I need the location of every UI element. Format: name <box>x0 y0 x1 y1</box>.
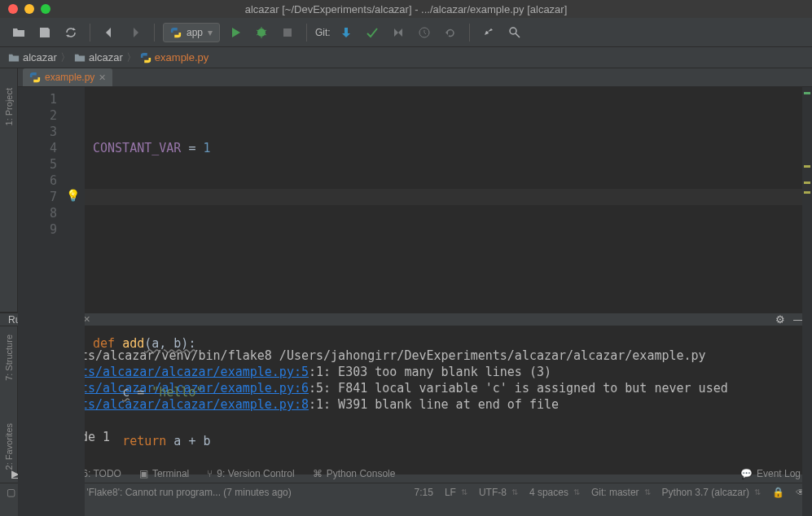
svg-point-0 <box>257 28 266 37</box>
close-icon[interactable]: ✕ <box>99 72 106 83</box>
window-zoom-button[interactable] <box>41 4 50 14</box>
window-title: alcazar [~/DevExperiments/alcazar] - ...… <box>0 3 812 15</box>
intention-bulb-icon[interactable]: 💡 <box>66 189 80 202</box>
run-config-selector[interactable]: app ▾ <box>163 23 220 42</box>
breadcrumb-folder[interactable]: alcazar <box>74 51 123 63</box>
git-update-icon[interactable] <box>336 22 357 43</box>
line-number-gutter: 123 456 789 <box>18 87 64 516</box>
svg-rect-1 <box>283 28 292 37</box>
titlebar: alcazar [~/DevExperiments/alcazar] - ...… <box>0 0 812 18</box>
search-icon[interactable] <box>504 22 525 43</box>
run-config-label: app <box>187 27 203 38</box>
git-commit-icon[interactable] <box>362 22 383 43</box>
editor-tab[interactable]: example.py ✕ <box>23 68 112 86</box>
error-stripe[interactable] <box>802 87 812 516</box>
favorites-tool-tab[interactable]: 2: Favorites <box>2 418 15 474</box>
code-editor[interactable]: CONSTANT_VAR = 1 def add(a, b): c = "hel… <box>85 87 802 516</box>
editor-tabs: example.py ✕ <box>18 68 812 87</box>
window-minimize-button[interactable] <box>24 4 34 14</box>
folder-icon <box>74 52 86 63</box>
left-tool-strip: 1: Project <box>0 68 18 312</box>
open-icon[interactable] <box>8 22 29 43</box>
gutter-icon-strip: 💡 <box>64 87 85 516</box>
run-icon[interactable] <box>225 22 246 43</box>
breadcrumb-file[interactable]: example.py <box>140 51 208 63</box>
settings-icon[interactable] <box>478 22 499 43</box>
chevron-right-icon: 〉 <box>126 50 137 65</box>
chevron-down-icon: ▾ <box>208 27 213 38</box>
git-revert-icon[interactable] <box>440 22 461 43</box>
svg-point-3 <box>510 28 516 34</box>
breadcrumb-root[interactable]: alcazar <box>8 51 57 63</box>
tab-filename: example.py <box>45 72 94 83</box>
git-history-icon[interactable] <box>414 22 435 43</box>
folder-icon <box>8 52 20 63</box>
git-label: Git: <box>315 27 331 38</box>
navigation-breadcrumb: alcazar 〉 alcazar 〉 example.py <box>0 47 812 68</box>
python-icon <box>170 27 182 38</box>
sync-icon[interactable] <box>60 22 81 43</box>
project-tool-tab[interactable]: 1: Project <box>2 83 15 130</box>
structure-tool-tab[interactable]: 7: Structure <box>2 330 15 386</box>
chevron-right-icon: 〉 <box>60 50 71 65</box>
save-icon[interactable] <box>34 22 55 43</box>
forward-icon[interactable] <box>125 22 146 43</box>
back-icon[interactable] <box>99 22 120 43</box>
left-tool-strip-lower: 7: Structure 2: Favorites <box>0 326 18 474</box>
stop-icon[interactable] <box>277 22 298 43</box>
window-close-button[interactable] <box>8 4 18 14</box>
tool-windows-icon[interactable]: ▢ <box>7 487 15 498</box>
debug-icon[interactable] <box>251 22 272 43</box>
git-compare-icon[interactable] <box>388 22 409 43</box>
python-icon <box>29 72 41 83</box>
main-toolbar: app ▾ Git: <box>0 18 812 47</box>
python-icon <box>140 52 151 63</box>
